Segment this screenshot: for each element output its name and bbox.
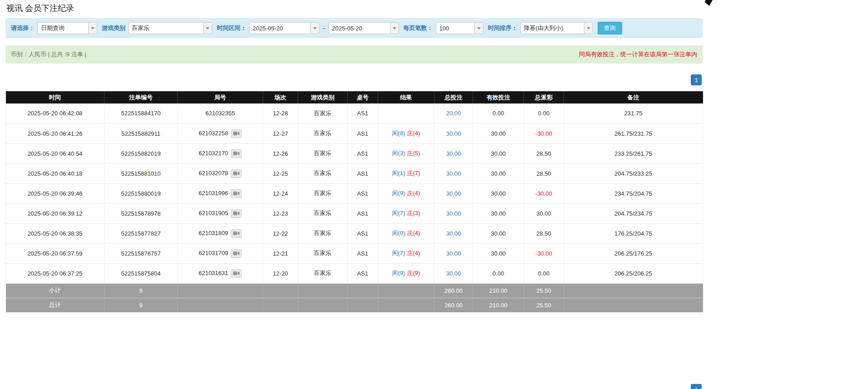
date-range-separator: ~ — [322, 25, 326, 32]
cell-note: 176.25/204.75 — [564, 223, 703, 243]
cell-payout: 28.50 — [524, 223, 564, 243]
cell-table-no: AS1 — [348, 103, 378, 123]
camera-icon — [233, 171, 239, 176]
cell-result: 闲(7)庄(3) — [378, 203, 434, 223]
cell-total-bet[interactable]: 30.00 — [446, 190, 461, 197]
page-button-1[interactable]: 1 — [691, 384, 702, 389]
footer-cell: 小计 — [6, 283, 105, 298]
cell-note: 206.25/206.25 — [564, 263, 703, 283]
cell-total-bet[interactable]: 30.00 — [446, 130, 461, 137]
column-header: 有效投注 — [473, 91, 524, 103]
cell-game-type: 百家乐 — [298, 263, 348, 283]
video-replay-icon[interactable] — [231, 269, 242, 278]
cell-note: 233.25/261.75 — [564, 143, 703, 163]
cell-total-bet[interactable]: 30.00 — [446, 150, 461, 157]
cell-payout: 0.00 — [524, 263, 564, 283]
cell-session: 12-26 — [263, 143, 298, 163]
cell-round: 621031709 — [178, 243, 263, 263]
result-banker: 庄(5) — [407, 150, 420, 157]
cell-payout: -30.00 — [524, 243, 564, 263]
footer-cell: 25.50 — [524, 283, 564, 298]
result-player: 闲(8) — [392, 130, 405, 137]
cell-total-bet-wrap: 30.00 — [434, 263, 473, 283]
cell-note: 206.25/176.25 — [564, 243, 703, 263]
video-replay-icon[interactable] — [231, 189, 242, 198]
mouse-cursor — [705, 0, 713, 6]
cell-time: 2025-05-20 06:40:54 — [6, 143, 105, 163]
cell-total-bet[interactable]: 30.00 — [446, 210, 461, 217]
video-replay-icon[interactable] — [231, 229, 242, 238]
bet-rule-notice: 同局有效投注，统一计算在该局第一张注单内 — [579, 50, 697, 59]
footer-cell — [263, 298, 298, 312]
cell-session: 12-27 — [263, 123, 298, 143]
cell-note: 204.75/234.75 — [564, 203, 703, 223]
game-type-dropdown-arrow-icon[interactable] — [203, 23, 212, 34]
cell-round: 621031631 — [178, 263, 263, 283]
table-row: 2025-05-20 06:40:54 522515882019 6210321… — [6, 143, 703, 163]
query-type-combo[interactable]: 日期查询 — [37, 22, 97, 34]
page-size-dropdown-arrow-icon[interactable] — [474, 23, 483, 34]
page-button-1[interactable]: 1 — [691, 74, 702, 85]
cell-total-bet[interactable]: 30.00 — [446, 250, 461, 257]
footer-cell — [298, 298, 348, 312]
video-replay-icon[interactable] — [231, 129, 242, 138]
round-number: 621031709 — [199, 249, 228, 256]
select-type-label: 请选择： — [11, 24, 35, 32]
column-header: 局号 — [178, 91, 263, 103]
cell-total-bet-wrap: 30.00 — [434, 243, 473, 263]
column-header: 备注 — [564, 91, 703, 103]
result-banker: 庄(4) — [407, 250, 420, 256]
cell-valid-bet: 30.00 — [473, 163, 524, 183]
sort-order-combo[interactable]: 降幂(由大到小) — [520, 22, 593, 34]
date-to-dropdown-arrow-icon[interactable] — [390, 23, 399, 34]
footer-cell: 9 — [105, 298, 178, 312]
result-player: 闲(0) — [392, 230, 405, 236]
round-number: 621031809 — [199, 229, 228, 236]
result-banker: 庄(7) — [407, 170, 420, 177]
column-header: 时间 — [6, 91, 105, 103]
result-player: 闲(7) — [392, 210, 405, 217]
footer-cell — [348, 298, 378, 312]
video-replay-icon[interactable] — [231, 169, 242, 178]
cell-bet-id: 522515878978 — [105, 203, 178, 223]
cell-result: 闲(3)庄(5) — [378, 143, 434, 163]
footer-cell — [178, 283, 263, 298]
column-header: 总派彩 — [524, 91, 564, 103]
game-type-combo[interactable]: 百家乐 — [128, 22, 212, 34]
cell-total-bet[interactable]: 30.00 — [446, 270, 461, 277]
result-player: 闲(9) — [392, 270, 405, 276]
page-size-combo[interactable]: 100 — [436, 22, 484, 34]
result-banker: 庄(4) — [407, 230, 420, 236]
cell-time: 2025-05-20 06:39:46 — [6, 183, 105, 203]
cell-payout: 28.50 — [524, 163, 564, 183]
date-from-picker[interactable]: 2025-05-20 — [249, 22, 319, 34]
table-header-row: 时间注单编号局号场次游戏类别桌号结果总投注有效投注总派彩备注 — [6, 91, 703, 103]
cell-game-type: 百家乐 — [298, 183, 348, 203]
sort-order-dropdown-arrow-icon[interactable] — [584, 23, 593, 34]
cell-round: 621031809 — [178, 223, 263, 243]
search-button[interactable]: 查询 — [598, 22, 622, 34]
cell-total-bet[interactable]: 30.00 — [446, 230, 461, 237]
cell-total-bet[interactable]: 30.00 — [446, 170, 461, 177]
cell-game-type: 百家乐 — [298, 103, 348, 123]
cell-total-bet[interactable]: 20.00 — [446, 110, 461, 117]
cell-valid-bet: 0.00 — [473, 103, 524, 123]
cell-valid-bet: 0.00 — [473, 263, 524, 283]
date-from-dropdown-arrow-icon[interactable] — [310, 23, 319, 34]
round-number: 621031905 — [199, 209, 228, 216]
video-replay-icon[interactable] — [231, 209, 242, 218]
footer-cell — [298, 283, 348, 298]
date-to-picker[interactable]: 2025-05-20 — [329, 22, 399, 34]
video-replay-icon[interactable] — [231, 249, 242, 258]
footer-cell — [378, 298, 434, 312]
cell-payout: 28.50 — [524, 143, 564, 163]
column-header: 结果 — [378, 91, 434, 103]
cell-result — [378, 103, 434, 123]
cell-game-type: 百家乐 — [298, 203, 348, 223]
cell-result: 闲(7)庄(4) — [378, 243, 434, 263]
video-replay-icon[interactable] — [231, 149, 242, 158]
cell-result: 闲(8)庄(4) — [378, 123, 434, 143]
cell-total-bet-wrap: 30.00 — [434, 143, 473, 163]
query-type-dropdown-arrow-icon[interactable] — [88, 23, 97, 34]
cell-valid-bet: 30.00 — [473, 243, 524, 263]
